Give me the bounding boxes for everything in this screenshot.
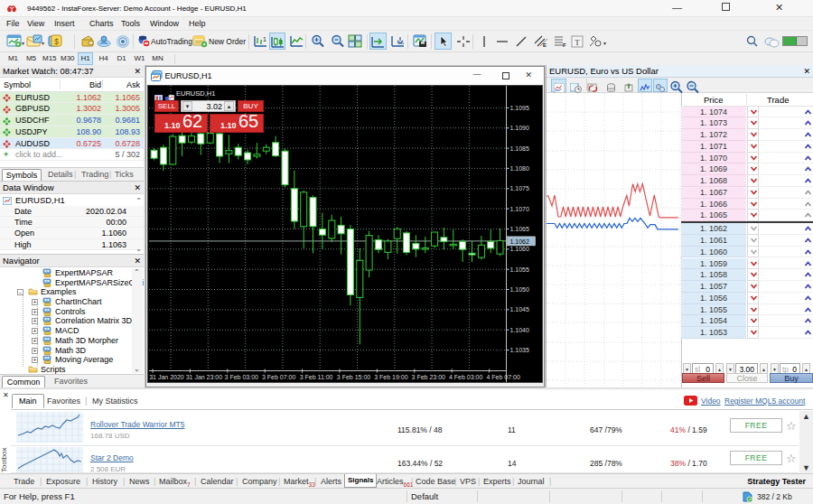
svg-text:1.1035: 1.1035 — [510, 347, 530, 353]
svg-text:3 Feb 23:00: 3 Feb 23:00 — [412, 373, 445, 379]
svg-text:1.1050: 1.1050 — [510, 286, 530, 293]
svg-text:F: F — [563, 42, 566, 48]
svg-text:1.1040: 1.1040 — [510, 326, 530, 332]
svg-text:1.1055: 1.1055 — [510, 266, 530, 272]
svg-text:4 Feb 03:00: 4 Feb 03:00 — [449, 373, 482, 379]
svg-text:3 Feb 15:00: 3 Feb 15:00 — [337, 373, 370, 379]
svg-text:1.1045: 1.1045 — [510, 306, 530, 313]
svg-text:T: T — [575, 38, 580, 47]
svg-text:1.1085: 1.1085 — [510, 145, 530, 151]
svg-text:3 Feb 07:00: 3 Feb 07:00 — [262, 373, 295, 379]
svg-text:1.1062: 1.1062 — [510, 238, 530, 244]
svg-text:1.1060: 1.1060 — [510, 246, 530, 252]
svg-text:1.1090: 1.1090 — [510, 125, 530, 131]
svg-text:1: 1 — [263, 36, 266, 42]
svg-text:1.1075: 1.1075 — [510, 185, 530, 191]
svg-text:3 Feb 11:00: 3 Feb 11:00 — [300, 373, 333, 379]
svg-text:1.1070: 1.1070 — [510, 205, 530, 211]
svg-text:E: E — [543, 42, 547, 48]
svg-text:4 Feb 07:00: 4 Feb 07:00 — [486, 373, 519, 379]
svg-text:1.1095: 1.1095 — [510, 104, 530, 110]
svg-text:31 Jan 2020: 31 Jan 2020 — [149, 373, 184, 379]
svg-text:$: $ — [54, 37, 59, 46]
svg-text:3 Feb 19:00: 3 Feb 19:00 — [374, 373, 407, 379]
svg-text:31 Jan 23:00: 31 Jan 23:00 — [186, 373, 223, 379]
svg-text:1.1080: 1.1080 — [510, 164, 530, 171]
svg-text:1.1065: 1.1065 — [510, 226, 530, 232]
svg-text:3 Feb 03:00: 3 Feb 03:00 — [225, 373, 258, 379]
